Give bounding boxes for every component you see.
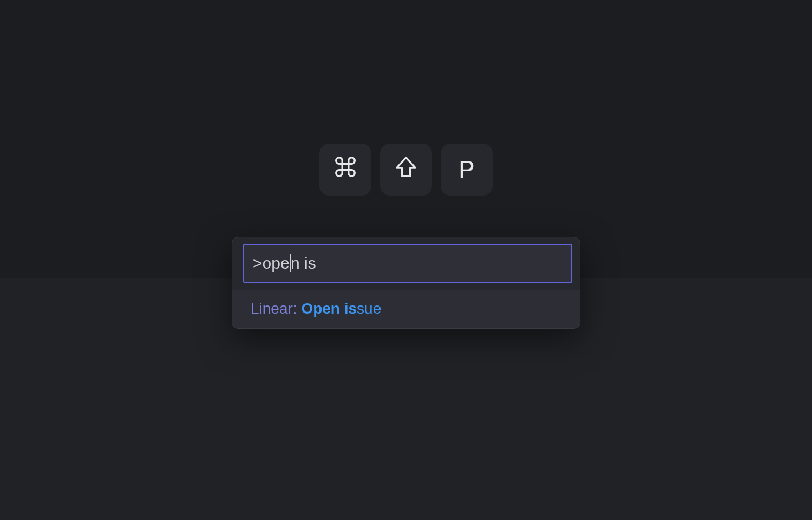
command-result-item[interactable]: Linear: Open issue	[232, 290, 580, 328]
p-key: P	[441, 144, 493, 196]
shift-icon	[394, 154, 418, 185]
keyboard-shortcut-display: P	[319, 144, 493, 196]
command-key	[319, 144, 371, 196]
result-match: Open is	[301, 300, 357, 317]
command-icon	[333, 154, 358, 185]
key-label: P	[459, 156, 474, 183]
command-input-wrapper[interactable]: >open is	[243, 244, 572, 283]
command-palette: >open is Linear: Open issue	[232, 237, 580, 329]
result-prefix: Linear:	[251, 300, 301, 317]
result-rest: sue	[357, 300, 381, 317]
command-input[interactable]	[243, 244, 572, 283]
shift-key	[380, 144, 432, 196]
command-results: Linear: Open issue	[232, 290, 580, 328]
